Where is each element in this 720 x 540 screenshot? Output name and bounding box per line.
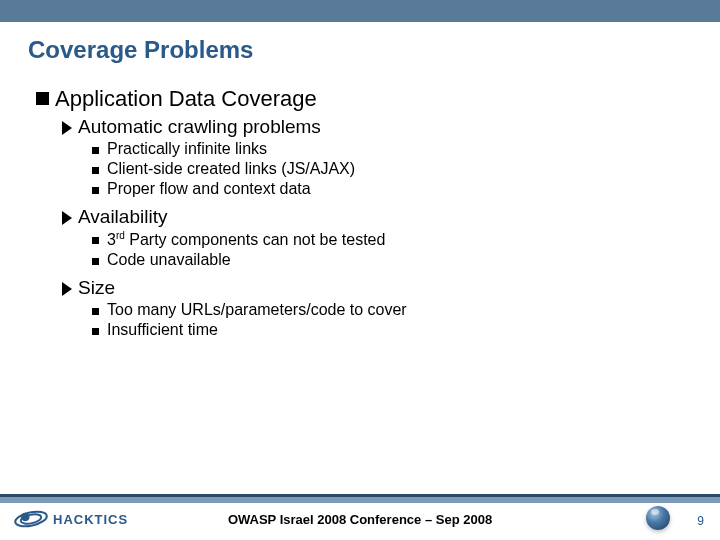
level3-text: Proper flow and context data — [99, 180, 311, 198]
arrow-right-icon — [62, 282, 72, 296]
level2-text: Size — [72, 277, 115, 299]
small-square-icon — [92, 258, 99, 265]
small-square-icon — [92, 308, 99, 315]
bullet-level2: Availability — [62, 206, 680, 228]
level2-text: Automatic crawling problems — [72, 116, 321, 138]
level3-text: Practically infinite links — [99, 140, 267, 158]
small-square-icon — [92, 237, 99, 244]
footer: HACKTICS OWASP Israel 2008 Conference – … — [0, 494, 720, 540]
bullet-level2: Size — [62, 277, 680, 299]
level3-text: Insufficient time — [99, 321, 218, 339]
bullet-level3: Practically infinite links — [92, 140, 680, 158]
arrow-right-icon — [62, 211, 72, 225]
svg-point-2 — [21, 513, 30, 522]
small-square-icon — [92, 187, 99, 194]
bullet-level3: 3rd Party components can not be tested — [92, 230, 680, 249]
square-bullet-icon — [36, 92, 49, 105]
bullet-level3: Client-side created links (JS/AJAX) — [92, 160, 680, 178]
bullet-level3: Too many URLs/parameters/code to cover — [92, 301, 680, 319]
level3-text: 3rd Party components can not be tested — [99, 230, 385, 249]
logo-swoosh-icon — [12, 502, 50, 536]
level2-text: Availability — [72, 206, 167, 228]
arrow-right-icon — [62, 121, 72, 135]
level3-text: Too many URLs/parameters/code to cover — [99, 301, 407, 319]
svg-point-0 — [14, 509, 48, 529]
top-bar — [0, 0, 720, 22]
logo-text: HACKTICS — [53, 512, 128, 527]
globe-icon — [646, 506, 670, 530]
bullet-level1: Application Data Coverage — [36, 86, 680, 112]
hacktics-logo: HACKTICS — [12, 502, 128, 536]
bullet-level2: Automatic crawling problems — [62, 116, 680, 138]
text-part: 3 — [107, 231, 116, 248]
bullet-level3: Insufficient time — [92, 321, 680, 339]
small-square-icon — [92, 147, 99, 154]
small-square-icon — [92, 328, 99, 335]
content-area: Application Data Coverage Automatic craw… — [0, 64, 720, 339]
level3-text: Client-side created links (JS/AJAX) — [99, 160, 355, 178]
small-square-icon — [92, 167, 99, 174]
text-part: Party components can not be tested — [125, 231, 386, 248]
slide-title: Coverage Problems — [0, 22, 720, 64]
superscript: rd — [116, 230, 125, 241]
bullet-level3: Code unavailable — [92, 251, 680, 269]
level3-text: Code unavailable — [99, 251, 231, 269]
page-number: 9 — [697, 514, 704, 528]
bullet-level3: Proper flow and context data — [92, 180, 680, 198]
level1-text: Application Data Coverage — [49, 86, 317, 112]
footer-text: OWASP Israel 2008 Conference – Sep 2008 — [228, 512, 492, 527]
